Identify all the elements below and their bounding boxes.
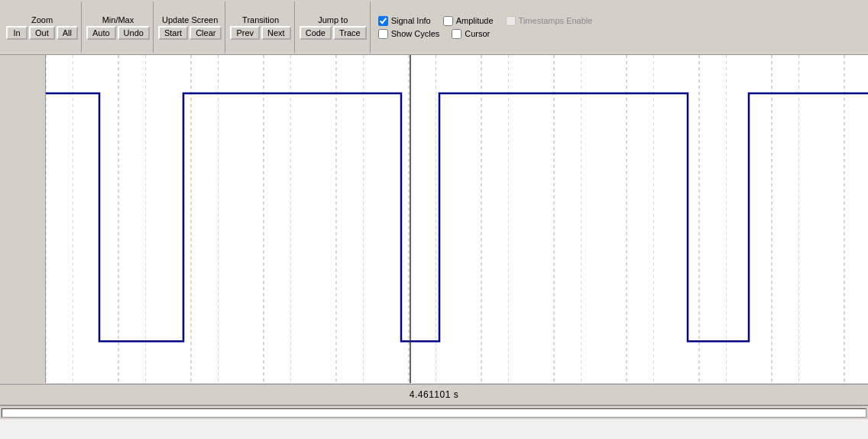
show-cycles-label: Show Cycles bbox=[391, 29, 440, 38]
zoom-buttons: In Out All bbox=[6, 26, 78, 40]
jumpto-section: Jump to Code Trace bbox=[296, 2, 371, 53]
time-bar: 4.461101 s bbox=[0, 384, 868, 405]
svg-rect-2 bbox=[46, 55, 868, 383]
update-screen-buttons: Start Clear bbox=[158, 26, 222, 40]
jumpto-label: Jump to bbox=[318, 15, 348, 24]
timestamps-checkbox[interactable] bbox=[506, 16, 516, 26]
update-screen-label: Update Screen bbox=[162, 15, 218, 24]
minmax-section: Min/Max Auto Undo bbox=[83, 2, 154, 53]
signal-info-row: Signal Info bbox=[378, 16, 431, 26]
minmax-undo-button[interactable]: Undo bbox=[118, 26, 150, 40]
cursor-row: Cursor bbox=[452, 29, 490, 39]
jumpto-trace-button[interactable]: Trace bbox=[333, 26, 367, 40]
timestamps-label: Timestamps Enable bbox=[519, 16, 593, 25]
zoom-all-button[interactable]: All bbox=[57, 26, 78, 40]
transition-section: Transition Prev Next bbox=[227, 2, 294, 53]
signal-info-checkbox[interactable] bbox=[378, 16, 388, 26]
update-screen-section: Update Screen Start Clear bbox=[155, 2, 226, 53]
minmax-buttons: Auto Undo bbox=[86, 26, 150, 40]
timestamps-row: Timestamps Enable bbox=[506, 16, 593, 26]
toolbar: Zoom In Out All Min/Max Auto Undo Update… bbox=[0, 0, 868, 55]
update-clear-button[interactable]: Clear bbox=[189, 26, 222, 40]
scrollbar-area[interactable] bbox=[0, 405, 868, 419]
zoom-label: Zoom bbox=[31, 15, 53, 24]
show-cycles-checkbox[interactable] bbox=[378, 29, 388, 39]
amplitude-label: Amplitude bbox=[456, 16, 494, 25]
update-start-button[interactable]: Start bbox=[158, 26, 188, 40]
jumpto-code-button[interactable]: Code bbox=[300, 26, 332, 40]
transition-label: Transition bbox=[242, 15, 279, 24]
transition-buttons: Prev Next bbox=[230, 26, 290, 40]
waveform-svg bbox=[0, 55, 868, 383]
zoom-out-button[interactable]: Out bbox=[29, 26, 55, 40]
checkboxes-section: Signal Info Amplitude Timestamps Enable … bbox=[372, 2, 599, 53]
time-display: 4.461101 s bbox=[410, 389, 458, 400]
amplitude-checkbox[interactable] bbox=[443, 16, 453, 26]
cursor-label: Cursor bbox=[465, 29, 490, 38]
signal-panel bbox=[0, 55, 46, 384]
signal-info-label: Signal Info bbox=[391, 16, 431, 25]
show-cycles-row: Show Cycles bbox=[378, 29, 440, 39]
cursor-checkbox[interactable] bbox=[452, 29, 462, 39]
amplitude-row: Amplitude bbox=[443, 16, 494, 26]
zoom-section: Zoom In Out All bbox=[3, 2, 82, 53]
jumpto-buttons: Code Trace bbox=[300, 26, 367, 40]
minmax-auto-button[interactable]: Auto bbox=[86, 26, 116, 40]
minmax-label: Min/Max bbox=[102, 15, 134, 24]
zoom-in-button[interactable]: In bbox=[6, 26, 28, 40]
waveform-container[interactable] bbox=[0, 55, 868, 384]
transition-prev-button[interactable]: Prev bbox=[230, 26, 260, 40]
scrollbar-track[interactable] bbox=[2, 408, 866, 418]
transition-next-button[interactable]: Next bbox=[261, 26, 291, 40]
